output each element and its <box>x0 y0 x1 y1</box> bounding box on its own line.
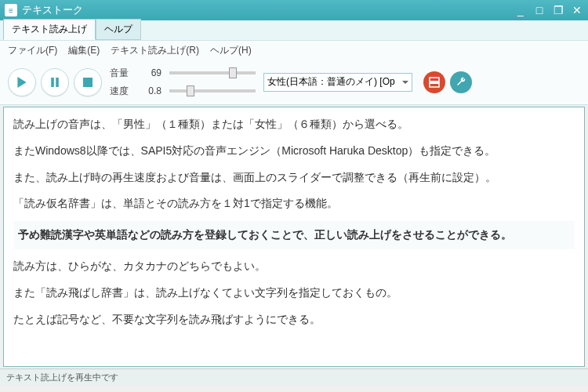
sliders: 音量 69 速度 0.8 <box>110 67 256 98</box>
play-icon <box>16 77 27 88</box>
svg-marker-0 <box>17 77 26 88</box>
status-bar: テキスト読上げを再生中です <box>0 368 588 386</box>
speed-label: 速度 <box>110 85 135 98</box>
window-buttons: _ □ ❐ ✕ <box>514 4 583 16</box>
title-bar: ≡ テキストーク _ □ ❐ ✕ <box>0 0 588 20</box>
svg-rect-2 <box>56 78 59 87</box>
menu-bar: ファイル(F) 編集(E) テキスト読み上げ(R) ヘルプ(H) <box>0 41 588 60</box>
stop-button[interactable] <box>74 68 102 96</box>
menu-file[interactable]: ファイル(F) <box>8 44 57 57</box>
paragraph: 読み方は、ひらがな、カタカナのどちらでもよい。 <box>13 257 575 276</box>
speed-row: 速度 0.8 <box>110 85 256 98</box>
tab-bar: テキスト読み上げ ヘルプ <box>0 20 588 41</box>
status-text: テキスト読上げを再生中です <box>6 372 118 383</box>
tab-help[interactable]: ヘルプ <box>96 19 141 40</box>
volume-value: 69 <box>143 67 162 78</box>
wrench-icon <box>455 76 467 89</box>
voice-select[interactable]: 女性(日本語：普通のメイ) [Op <box>263 73 412 92</box>
stop-icon <box>83 78 93 87</box>
paragraph: 読み上げの音声は、「男性」（１種類）または「女性」（６種類）から選べる。 <box>13 115 575 134</box>
window-title: テキストーク <box>22 3 514 17</box>
tool-buttons <box>423 71 472 93</box>
paragraph: また「読み飛ばし辞書」は、読み上げなくてよい文字列を指定しておくもの。 <box>13 284 575 303</box>
paragraph: 「読み仮名辞書」は、単語とその読み方を１対1で指定する機能。 <box>13 194 575 213</box>
film-icon <box>428 76 441 89</box>
playback-controls <box>8 68 102 96</box>
speed-slider[interactable] <box>169 89 256 93</box>
play-button[interactable] <box>8 68 36 96</box>
pause-icon <box>50 78 60 87</box>
text-content[interactable]: 読み上げの音声は、「男性」（１種類）または「女性」（６種類）から選べる。 またW… <box>3 107 585 367</box>
close-button[interactable]: ✕ <box>571 4 583 16</box>
toolbar: 音量 69 速度 0.8 女性(日本語：普通のメイ) [Op <box>0 60 588 105</box>
menu-edit[interactable]: 編集(E) <box>68 44 100 57</box>
pause-button[interactable] <box>41 68 69 96</box>
svg-rect-3 <box>83 78 93 87</box>
speed-value: 0.8 <box>143 85 162 96</box>
svg-rect-1 <box>51 78 54 87</box>
menu-help[interactable]: ヘルプ(H) <box>210 44 252 57</box>
volume-row: 音量 69 <box>110 67 256 80</box>
volume-slider[interactable] <box>169 71 256 74</box>
tab-read-aloud[interactable]: テキスト読み上げ <box>3 19 96 40</box>
restore-button[interactable]: ❐ <box>552 4 564 16</box>
volume-label: 音量 <box>110 67 135 80</box>
record-button[interactable] <box>423 71 445 93</box>
app-icon: ≡ <box>5 4 17 16</box>
paragraph: たとえば記号など、不要な文字列を読み飛ばすようにできる。 <box>13 310 575 329</box>
settings-button[interactable] <box>450 71 472 93</box>
paragraph-emphasis: 予め難読漢字や英単語などの読み方を登録しておくことで、正しい読み上げをさせること… <box>13 221 575 249</box>
paragraph: また、読み上げ時の再生速度および音量は、画面上のスライダーで調整できる（再生前に… <box>13 169 575 187</box>
minimize-button[interactable]: _ <box>514 4 527 16</box>
menu-read[interactable]: テキスト読み上げ(R) <box>111 44 199 57</box>
paragraph: またWindows8以降では、SAPI5対応の音声エンジン（Microsoft … <box>13 142 575 161</box>
maximize-button[interactable]: □ <box>533 4 546 16</box>
svg-rect-5 <box>430 81 439 84</box>
